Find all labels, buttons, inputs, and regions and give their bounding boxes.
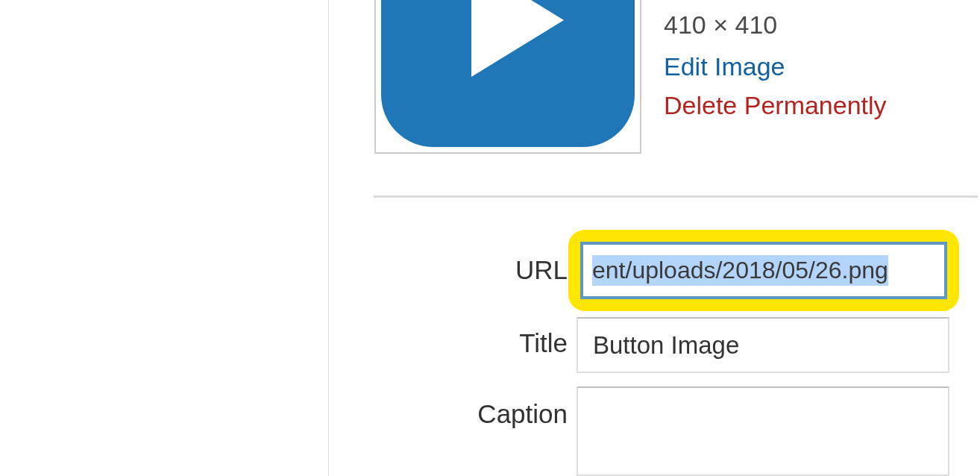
url-label: URL bbox=[374, 255, 568, 285]
caption-label: Caption bbox=[374, 399, 568, 429]
attachment-thumbnail bbox=[374, 0, 641, 154]
caption-input[interactable] bbox=[577, 386, 949, 476]
edit-image-link[interactable]: Edit Image bbox=[664, 52, 785, 81]
title-row: Title bbox=[374, 328, 587, 358]
play-triangle bbox=[471, 0, 564, 77]
panel-divider bbox=[328, 0, 329, 476]
url-input-value: ent/uploads/2018/05/26.png bbox=[592, 255, 888, 286]
url-row: URL bbox=[374, 255, 587, 285]
delete-permanently-link[interactable]: Delete Permanently bbox=[664, 91, 887, 120]
title-input[interactable] bbox=[577, 317, 949, 373]
title-label: Title bbox=[374, 328, 568, 358]
image-dimensions: 410 × 410 bbox=[664, 10, 777, 40]
caption-row: Caption bbox=[374, 399, 587, 429]
divider bbox=[374, 195, 978, 198]
play-icon bbox=[381, 0, 635, 147]
url-input[interactable]: ent/uploads/2018/05/26.png bbox=[580, 242, 947, 299]
